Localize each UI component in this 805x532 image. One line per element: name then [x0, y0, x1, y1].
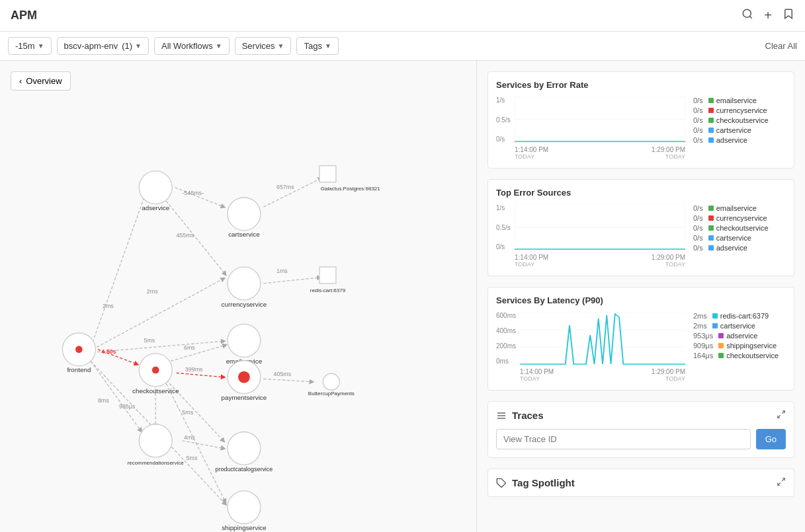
error-rate-title: Services by Error Rate [496, 80, 786, 90]
expand-tag-icon[interactable] [777, 477, 786, 488]
svg-line-12 [263, 278, 319, 284]
top-errors-section: Top Error Sources 1/s 0.5/s 0/s [487, 179, 794, 276]
svg-point-0 [743, 9, 751, 17]
chevron-down-icon: ▼ [216, 42, 222, 50]
svg-line-10 [166, 201, 225, 274]
error-rate-legend: 0/semailservice 0/scurrencyservice 0/sch… [693, 96, 786, 160]
graph-panel: ‹ Overview 2ms -548ms- 657ms [0, 61, 476, 532]
svg-text:adservice: adservice [142, 204, 169, 211]
svg-text:shippingservice: shippingservice [222, 524, 267, 531]
svg-text:currencyservice: currencyservice [222, 301, 267, 308]
header-left: APM [11, 9, 37, 22]
chevron-down-icon: ▼ [278, 42, 284, 50]
tag-spotlight-title: Tag Spotlight [512, 477, 575, 488]
svg-text:cartservice: cartservice [228, 231, 260, 238]
latency-section: Services By Latency (P90) 600ms 400ms 20… [487, 287, 794, 391]
trace-input-row: Go [496, 429, 786, 449]
node-emailservice[interactable] [228, 324, 261, 357]
svg-line-72 [778, 415, 781, 418]
svg-line-71 [782, 411, 784, 414]
svg-text:6ms: 6ms [184, 344, 195, 351]
svg-text:5ms: 5ms [187, 455, 198, 461]
svg-line-75 [778, 482, 781, 485]
svg-line-18 [166, 345, 225, 362]
header-icons: + [741, 8, 794, 23]
svg-text:8ms: 8ms [98, 397, 109, 404]
traces-title: Traces [512, 410, 544, 421]
svg-text:657ms: 657ms [276, 184, 294, 190]
top-errors-chart: 1/s 0.5/s 0/s [496, 204, 685, 268]
chevron-down-icon: ▼ [135, 42, 142, 50]
svg-point-46 [238, 371, 250, 383]
svg-line-74 [782, 478, 784, 481]
latency-title: Services By Latency (P90) [496, 295, 786, 305]
search-icon[interactable] [741, 8, 753, 23]
svg-text:Galactus.Postgres:98321: Galactus.Postgres:98321 [321, 186, 381, 192]
svg-text:5ms: 5ms [182, 409, 193, 416]
tag-spotlight-section: Tag Spotlight [487, 469, 794, 497]
tags-filter-btn[interactable]: Tags ▼ [296, 37, 338, 55]
tag-spotlight-header: Tag Spotlight [496, 477, 786, 488]
svg-line-20 [176, 373, 223, 377]
svg-text:399ms: 399ms [185, 366, 203, 373]
svg-text:4ms: 4ms [184, 434, 195, 441]
overview-button[interactable]: ‹ Overview [11, 71, 71, 91]
svg-text:recommendationservice: recommendationservice [128, 460, 185, 466]
node-buttercup[interactable] [323, 373, 339, 390]
error-rate-section: Services by Error Rate 1/s 0.5/s 0/s [487, 71, 794, 169]
service-graph[interactable]: 2ms -548ms- 657ms 2ms 455ms 1ms 5ms 4.50… [0, 61, 476, 532]
chevron-down-icon: ▼ [38, 42, 44, 50]
node-galactus[interactable] [319, 166, 336, 182]
svg-line-1 [750, 16, 752, 18]
svg-point-36 [75, 346, 83, 353]
svg-line-26 [91, 361, 141, 431]
add-icon[interactable]: + [764, 8, 772, 23]
time-filter-btn[interactable]: -15m ▼ [8, 37, 52, 55]
toolbar: -15m ▼ bscv-apm-env (1) ▼ All Workflows … [0, 32, 805, 61]
svg-text:4.50s: 4.50s [101, 348, 116, 355]
svg-line-22 [263, 379, 312, 381]
svg-text:-548ms-: -548ms- [182, 190, 204, 196]
chevron-down-icon: ▼ [325, 42, 331, 50]
bookmark-icon[interactable] [783, 8, 794, 23]
main-content: ‹ Overview 2ms -548ms- 657ms [0, 61, 805, 532]
svg-text:405ms: 405ms [273, 371, 291, 377]
go-button[interactable]: Go [756, 429, 786, 449]
svg-line-8 [93, 279, 224, 350]
clear-all-button[interactable]: Clear All [765, 41, 797, 51]
right-panel: Services by Error Rate 1/s 0.5/s 0/s [476, 61, 805, 532]
traces-header: Traces [496, 410, 786, 421]
svg-text:2ms: 2ms [147, 288, 158, 295]
svg-text:2ms: 2ms [103, 303, 114, 309]
svg-point-44 [152, 367, 159, 374]
node-shippingservice[interactable] [228, 491, 261, 524]
traces-icon [496, 410, 507, 421]
svg-line-2 [93, 194, 146, 342]
svg-text:1ms: 1ms [276, 268, 288, 274]
node-adservice[interactable] [139, 171, 172, 204]
top-errors-legend: 0/semailservice 0/scurrencyservice 0/sch… [693, 204, 786, 268]
expand-traces-icon[interactable] [777, 410, 786, 421]
svg-text:redis-cart:6379: redis-cart:6379 [310, 287, 346, 293]
latency-chart: 600ms 400ms 200ms 0ms [496, 312, 685, 382]
tag-icon [496, 478, 507, 488]
svg-text:ButtercupPayments: ButtercupPayments [308, 391, 355, 397]
svg-text:productcatalogservice: productcatalogservice [216, 466, 273, 473]
svg-text:455ms: 455ms [176, 232, 194, 239]
services-filter-btn[interactable]: Services ▼ [235, 37, 292, 55]
node-recommendationservice[interactable] [139, 424, 172, 457]
workflow-filter-btn[interactable]: All Workflows ▼ [154, 37, 230, 55]
node-currencyservice[interactable] [228, 267, 261, 300]
svg-text:paymentservice: paymentservice [222, 394, 267, 401]
top-errors-title: Top Error Sources [496, 188, 786, 198]
latency-legend: 2msredis-cart:6379 2mscartservice 953μsa… [693, 312, 786, 382]
svg-line-6 [263, 178, 320, 207]
svg-line-28 [182, 441, 223, 449]
trace-id-input[interactable] [496, 429, 751, 449]
node-redis[interactable] [319, 267, 336, 284]
env-filter-btn[interactable]: bscv-apm-env (1) ▼ [57, 37, 149, 55]
traces-section: Traces Go [487, 401, 794, 458]
node-productcatalogservice[interactable] [228, 432, 261, 465]
svg-text:frontend: frontend [67, 366, 91, 373]
node-cartservice[interactable] [228, 198, 261, 231]
